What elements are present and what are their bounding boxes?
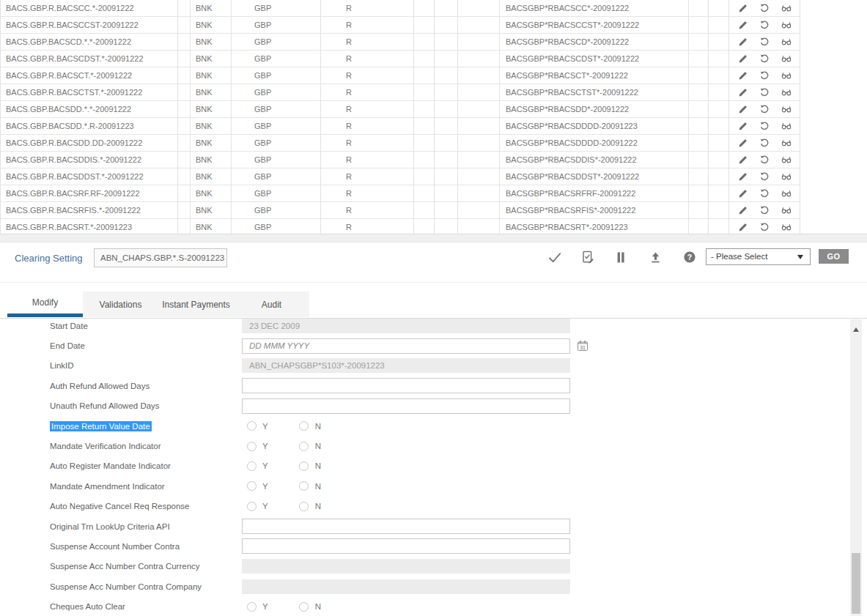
revert-icon[interactable] — [759, 138, 770, 148]
scroll-up-arrow-icon[interactable] — [853, 327, 859, 332]
table-row[interactable]: BACS.GBP.R.BACSRT.*-20091223BNKGBPRBACSG… — [0, 219, 867, 234]
revert-icon[interactable] — [759, 70, 770, 81]
revert-icon[interactable] — [759, 104, 770, 114]
revert-icon[interactable] — [759, 121, 770, 131]
edit-icon[interactable] — [737, 171, 748, 182]
go-button[interactable]: GO — [819, 249, 849, 264]
field-label-original-trn-lookup-criteria-api: Original Trn LookUp Criteria API — [0, 522, 242, 531]
table-row[interactable]: BACS.GBP.BACSCD.*.*-20091222BNKGBPRBACSG… — [0, 34, 867, 51]
radio-mandate-amendment-indicator-y[interactable] — [247, 481, 257, 491]
scrollbar-thumb[interactable] — [852, 553, 860, 614]
view-icon[interactable] — [781, 188, 792, 198]
edit-icon[interactable] — [737, 70, 748, 81]
radio-mandate-amendment-indicator-n[interactable] — [299, 481, 309, 491]
radio-auto-register-mandate-indicator-n[interactable] — [299, 461, 309, 471]
revert-icon[interactable] — [759, 53, 770, 64]
input-auth-refund-allowed-days[interactable] — [242, 378, 570, 393]
table-row[interactable]: BACS.GBP.R.BACSCT.*-20091222BNKGBPRBACSG… — [0, 67, 867, 84]
horizontal-scrollbar[interactable] — [0, 234, 867, 242]
tab-modify[interactable]: Modify — [7, 292, 83, 317]
vertical-scrollbar[interactable] — [850, 319, 862, 616]
radio-auto-register-mandate-indicator-y[interactable] — [247, 461, 257, 471]
cell-mapped-id: BACSGBP*RBACSCDST*-20091222 — [500, 51, 689, 67]
edit-icon[interactable] — [737, 37, 748, 47]
edit-icon[interactable] — [737, 20, 748, 30]
view-icon[interactable] — [781, 171, 792, 182]
table-row[interactable]: BACS.GBP.R.BACSCCST-20091222BNKGBPRBACSG… — [0, 17, 867, 34]
calendar-icon[interactable]: 31 — [577, 340, 589, 352]
view-icon[interactable] — [781, 121, 792, 131]
radio-impose-return-value-date-y[interactable] — [247, 421, 257, 431]
revert-icon[interactable] — [759, 188, 770, 198]
edit-icon[interactable] — [737, 104, 748, 114]
edit-icon[interactable] — [737, 53, 748, 64]
help-icon[interactable]: ? — [683, 251, 696, 264]
edit-icon[interactable] — [737, 121, 748, 131]
cell-actions — [729, 51, 800, 67]
cell-flag: R — [321, 101, 414, 118]
edit-icon[interactable] — [737, 188, 748, 198]
table-row[interactable]: BACS.GBP.R.BACSCDST.*-20091222BNKGBPRBAC… — [0, 51, 867, 67]
radio-mandate-verification-indicator-y[interactable] — [247, 442, 257, 451]
radio-cheques-auto-clear-n[interactable] — [299, 602, 309, 612]
radio-auto-negative-cancel-req-response-n[interactable] — [299, 502, 309, 511]
cell-empty — [414, 219, 435, 234]
radio-impose-return-value-date-n[interactable] — [299, 421, 309, 431]
view-icon[interactable] — [781, 138, 792, 148]
authorize-document-icon[interactable] — [581, 251, 594, 264]
upload-icon[interactable] — [649, 251, 662, 264]
radio-auto-negative-cancel-req-response-y[interactable] — [247, 502, 257, 511]
cell-record-id: BACS.GBP.R.BACSCCST-20091222 — [0, 17, 178, 34]
table-row[interactable]: BACS.GBP.R.BACSDD.DD-20091222BNKGBPRBACS… — [0, 135, 867, 152]
tab-instant-payments[interactable]: Instant Payments — [158, 292, 234, 317]
table-row[interactable]: BACS.GBP.R.BACSDDIS.*-20091222BNKGBPRBAC… — [0, 152, 867, 168]
edit-icon[interactable] — [737, 205, 748, 215]
revert-icon[interactable] — [759, 155, 770, 165]
table-row[interactable]: BACS.GBP.R.BACSDDST.*-20091222BNKGBPRBAC… — [0, 168, 867, 185]
revert-icon[interactable] — [759, 222, 770, 232]
view-icon[interactable] — [781, 87, 792, 97]
input-original-trn-lookup-criteria-api[interactable] — [242, 519, 570, 534]
view-icon[interactable] — [781, 155, 792, 165]
action-select[interactable]: - Please Select — [706, 248, 811, 265]
edit-icon[interactable] — [737, 3, 748, 13]
table-row[interactable]: BACS.GBP.R.BACSRF.RF-20091222BNKGBPRBACS… — [0, 185, 867, 202]
radio-cheques-auto-clear-y[interactable] — [247, 602, 257, 612]
record-id-field[interactable]: ABN_CHAPS.GBP.*.S-20091223 — [94, 248, 227, 267]
view-icon[interactable] — [781, 222, 792, 232]
table-row[interactable]: BACS.GBP.R.BACSCTST.*-20091222BNKGBPRBAC… — [0, 84, 867, 101]
view-icon[interactable] — [781, 70, 792, 81]
table-row[interactable]: BACS.GBP.R.BACSRFIS.*-20091222BNKGBPRBAC… — [0, 202, 867, 219]
radio-mandate-verification-indicator-n[interactable] — [299, 442, 309, 451]
table-row[interactable]: BACS.GBP.BACSDD.*.*-20091222BNKGBPRBACSG… — [0, 101, 867, 118]
revert-icon[interactable] — [759, 37, 770, 47]
view-icon[interactable] — [781, 3, 792, 13]
edit-icon[interactable] — [737, 87, 748, 97]
revert-icon[interactable] — [759, 3, 770, 13]
view-icon[interactable] — [781, 205, 792, 215]
view-icon[interactable] — [781, 37, 792, 47]
revert-icon[interactable] — [759, 87, 770, 97]
hold-pause-icon[interactable] — [614, 251, 627, 264]
view-icon[interactable] — [781, 20, 792, 30]
tab-validations[interactable]: Validations — [83, 292, 158, 317]
revert-icon[interactable] — [759, 171, 770, 182]
table-row[interactable]: BACS.GBP.R.BACSCC.*-20091222BNKGBPRBACSG… — [0, 0, 867, 17]
view-icon[interactable] — [781, 104, 792, 114]
form-row: Suspense Account Number Contra — [0, 536, 850, 556]
field-label-mandate-verification-indicator: Mandate Verification Indicator — [0, 442, 242, 450]
commit-check-icon[interactable] — [548, 251, 561, 264]
cell-type: BNK — [191, 135, 232, 152]
edit-icon[interactable] — [737, 222, 748, 232]
revert-icon[interactable] — [759, 20, 770, 30]
field-label-impose-return-value-date: Impose Return Value Date — [0, 422, 242, 431]
tab-audit[interactable]: Audit — [234, 292, 309, 317]
edit-icon[interactable] — [737, 138, 748, 148]
edit-icon[interactable] — [737, 155, 748, 165]
table-row[interactable]: BACS.GBP.BACSDD.*.R-20091223BNKGBPRBACSG… — [0, 118, 867, 135]
view-icon[interactable] — [781, 53, 792, 64]
input-end-date[interactable] — [242, 338, 570, 354]
input-suspense-account-number-contra[interactable] — [242, 538, 570, 554]
input-unauth-refund-allowed-days[interactable] — [242, 398, 570, 414]
revert-icon[interactable] — [759, 205, 770, 215]
